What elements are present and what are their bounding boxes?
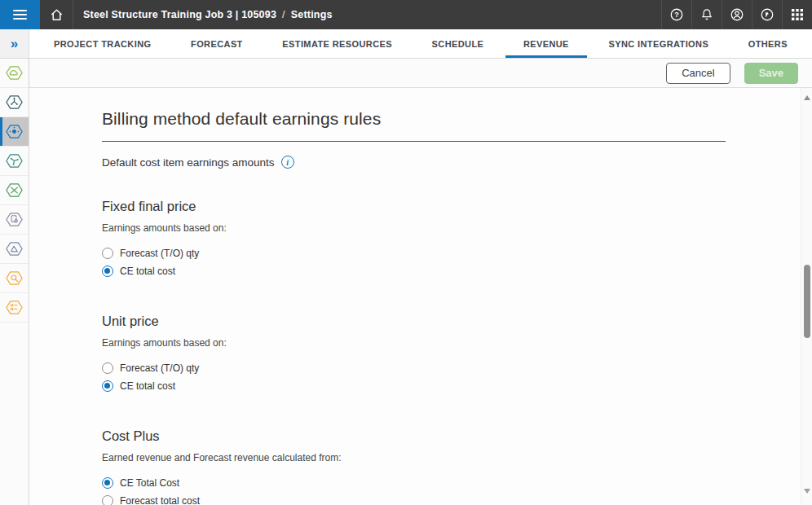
title-divider — [102, 141, 726, 142]
section-heading: Unit price — [102, 314, 812, 329]
radio-group-cost-plus: CE Total Cost Forecast total cost — [102, 474, 812, 505]
radio-label: CE total cost — [120, 380, 175, 392]
radio-button[interactable] — [102, 248, 113, 259]
subtitle-label: Default cost item earnings amounts — [102, 156, 275, 169]
account-icon[interactable] — [722, 0, 752, 29]
help-icon[interactable]: ? — [661, 0, 691, 29]
app-grid-icon[interactable] — [782, 0, 812, 29]
sidebar-item-control[interactable] — [0, 117, 29, 147]
billing-method-page: Billing method default earnings rules De… — [29, 88, 812, 505]
radio-group-unit-price: Forecast (T/O) qty CE total cost — [102, 359, 812, 395]
radio-label: Forecast total cost — [120, 495, 200, 505]
radio-group-fixed-final-price: Forecast (T/O) qty CE total cost — [102, 244, 812, 280]
module-sidebar — [0, 59, 29, 505]
tab-schedule[interactable]: SCHEDULE — [414, 29, 502, 58]
sidebar-expand-icon[interactable]: » — [0, 29, 29, 58]
home-icon[interactable] — [40, 0, 73, 29]
topbar-actions: ? — [661, 0, 812, 29]
radio-option-forecast-qty[interactable]: Forecast (T/O) qty — [102, 244, 812, 262]
ineight-logo-icon[interactable] — [752, 0, 782, 29]
sidebar-item-analytics[interactable] — [0, 147, 29, 176]
sidebar-item-explore[interactable] — [0, 264, 29, 293]
notifications-bell-icon[interactable] — [691, 0, 722, 29]
radio-button[interactable] — [102, 266, 113, 277]
section-description: Earned revenue and Forecast revenue calc… — [102, 452, 812, 463]
cloud-icon — [5, 64, 24, 82]
radio-label: Forecast (T/O) qty — [120, 362, 199, 374]
section-cost-plus: Cost Plus Earned revenue and Forecast re… — [102, 428, 812, 505]
analytics-icon — [5, 152, 24, 170]
sidebar-item-workflow[interactable] — [0, 88, 29, 117]
sidebar-item-design[interactable] — [0, 235, 29, 264]
section-description: Earnings amounts based on: — [102, 337, 812, 349]
action-bar: Cancel Save — [29, 59, 812, 88]
section-unit-price: Unit price Earnings amounts based on: Fo… — [102, 314, 812, 395]
radio-button[interactable] — [102, 380, 113, 392]
tab-estimate-resources[interactable]: ESTIMATE RESOURCES — [264, 29, 410, 58]
section-description: Earnings amounts based on: — [102, 222, 812, 234]
page-title: Billing method default earnings rules — [102, 109, 812, 129]
tab-sync-integrations[interactable]: SYNC INTEGRATIONS — [590, 29, 726, 58]
breadcrumb-page: Settings — [291, 9, 333, 20]
radio-label: CE Total Cost — [120, 477, 179, 489]
scrollbar-thumb[interactable] — [804, 265, 810, 338]
tab-project-tracking[interactable]: PROJECT TRACKING — [36, 29, 169, 58]
breadcrumb-project[interactable]: Steel Structure Training Job 3 | 105093 — [83, 9, 276, 20]
radio-button[interactable] — [102, 495, 113, 505]
tab-forecast[interactable]: FORECAST — [173, 29, 261, 58]
section-fixed-final-price: Fixed final price Earnings amounts based… — [102, 199, 812, 280]
sidebar-item-cloud[interactable] — [0, 59, 29, 88]
sidebar-item-tools[interactable] — [0, 176, 29, 205]
radio-button[interactable] — [102, 477, 113, 489]
explore-icon — [5, 269, 24, 288]
radio-option-forecast-qty[interactable]: Forecast (T/O) qty — [102, 359, 812, 377]
breadcrumb-separator: / — [282, 9, 285, 20]
vertical-scrollbar[interactable] — [801, 88, 812, 505]
radio-option-ce-total-cost[interactable]: CE Total Cost — [102, 474, 812, 492]
svg-text:?: ? — [674, 11, 679, 19]
hamburger-menu-icon[interactable] — [0, 0, 40, 29]
settings-content-panel: Billing method default earnings rules De… — [29, 88, 812, 505]
control-icon — [5, 122, 24, 141]
workflow-icon — [5, 93, 24, 112]
save-button[interactable]: Save — [744, 63, 798, 84]
checklist-icon — [5, 298, 24, 317]
section-heading: Cost Plus — [102, 428, 812, 444]
top-app-bar: Steel Structure Training Job 3 | 105093 … — [0, 0, 812, 29]
radio-button[interactable] — [102, 362, 113, 374]
radio-label: Forecast (T/O) qty — [120, 248, 199, 259]
radio-option-forecast-total-cost[interactable]: Forecast total cost — [102, 492, 812, 505]
tab-others[interactable]: OTHERS — [730, 29, 805, 58]
cancel-button[interactable]: Cancel — [666, 63, 730, 84]
scroll-down-arrow-icon[interactable] — [804, 489, 810, 494]
subtitle-row: Default cost item earnings amounts i — [102, 156, 812, 169]
radio-option-ce-total-cost[interactable]: CE total cost — [102, 262, 812, 280]
section-heading: Fixed final price — [102, 199, 812, 214]
settings-tab-bar: » PROJECT TRACKING FORECAST ESTIMATE RES… — [0, 29, 812, 59]
sidebar-item-document[interactable] — [0, 205, 29, 235]
tools-icon — [5, 181, 24, 200]
tabs: PROJECT TRACKING FORECAST ESTIMATE RESOU… — [29, 29, 812, 58]
sidebar-item-checklist[interactable] — [0, 293, 29, 323]
info-icon[interactable]: i — [281, 156, 294, 169]
design-icon — [5, 239, 24, 258]
radio-option-ce-total-cost[interactable]: CE total cost — [102, 377, 812, 395]
radio-label: CE total cost — [120, 266, 175, 277]
breadcrumb: Steel Structure Training Job 3 | 105093 … — [73, 9, 333, 20]
document-icon — [5, 210, 24, 229]
scroll-up-arrow-icon[interactable] — [804, 95, 810, 100]
tab-revenue[interactable]: REVENUE — [505, 29, 587, 58]
